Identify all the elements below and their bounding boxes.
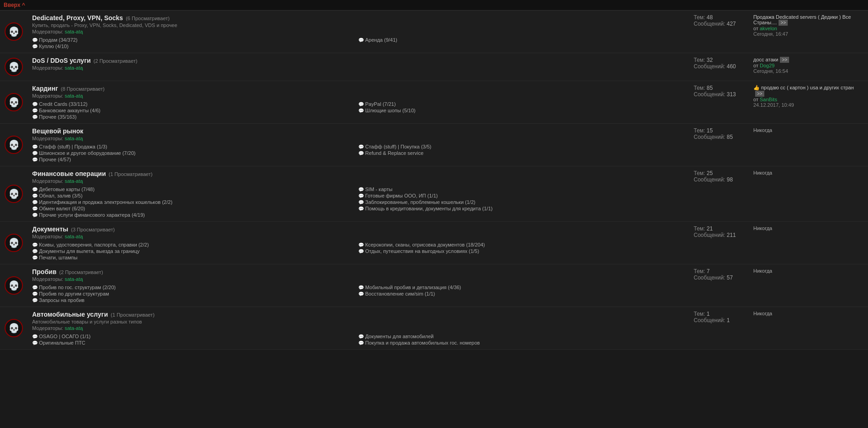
subforum-item: 💬 Дебетовые карты (7/48): [32, 187, 358, 192]
moderators-line: Модераторы: sata-atą: [32, 29, 684, 34]
posts-stat: Сообщений: 427: [694, 21, 744, 27]
subforum-link[interactable]: Обнал, залив (3/5): [39, 193, 83, 198]
moderator-link[interactable]: sata-atą: [65, 93, 83, 99]
bubble-icon: 💬: [32, 157, 38, 162]
posts-count: 427: [727, 21, 736, 27]
bubble-icon: 💬: [32, 200, 38, 205]
subforum-link[interactable]: Мобильный пробив и детализация (4/36): [365, 285, 461, 290]
subforum-link[interactable]: Стафф (stuff) | Продажа (1/3): [39, 144, 107, 149]
last-post-user-link[interactable]: SanBits: [760, 97, 777, 102]
last-post-title-link[interactable]: 👍 продаю сс ( картон ) usa и других стра…: [753, 85, 854, 90]
subforum-link[interactable]: Документы для автомобилей: [365, 334, 434, 339]
subforum-link[interactable]: Ксерокопии, сканы, отрисовка документов …: [365, 242, 485, 247]
subforum-item: 💬 Прочее (4/57): [32, 157, 358, 162]
subforum-link[interactable]: Банковские аккаунты (4/6): [39, 108, 100, 113]
subforum-item: 💬 Покупка и продажа автомобильных гос. н…: [358, 340, 684, 346]
from-label: от: [753, 63, 760, 68]
posts-count: 85: [727, 134, 733, 140]
subforum-link[interactable]: Прочие услуги финансового характера (4/1…: [39, 212, 145, 218]
subforum-link[interactable]: Куплю (4/10): [39, 44, 68, 49]
last-post-user-link[interactable]: akvelon: [760, 26, 777, 31]
subforum-link[interactable]: Покупка и продажа автомобильных гос. ном…: [365, 340, 480, 346]
viewers-badge: (1 Просматривает): [111, 312, 155, 318]
moderator-link[interactable]: sata-atą: [65, 136, 83, 141]
subforum-link[interactable]: Запросы на пробив: [39, 297, 84, 303]
never-text: Никогда: [753, 170, 772, 176]
subforum-link[interactable]: Прочее (4/57): [39, 157, 71, 162]
subforum-link[interactable]: Печати, штампы: [39, 255, 78, 260]
last-post-cell: Никогда: [749, 222, 868, 264]
subforum-col-1: 💬 OSAGO | ОСАГО (1/1) 💬 Оригинальные ПТС: [32, 333, 358, 346]
subforum-link[interactable]: Продам (34/372): [39, 37, 78, 43]
forum-title-link[interactable]: Финансовые операции: [32, 170, 106, 177]
subforum-item: 💬 Идентификация и продажа электронных ко…: [32, 199, 358, 205]
forum-title-link[interactable]: Пробив: [32, 268, 56, 275]
subforum-link[interactable]: Отдых, путешествия на выгодных условиях …: [365, 248, 479, 254]
subforum-item: 💬 Credit Cards (33/112): [32, 101, 358, 107]
bubble-icon: 💬: [32, 340, 38, 346]
arrow-btn[interactable]: >>: [779, 20, 788, 26]
subforum-link[interactable]: Шлющие шопы (5/10): [365, 108, 416, 113]
stats-cell: Тем: 48 Сообщений: 427: [689, 11, 749, 53]
forum-title-link[interactable]: Автомобильные услуги: [32, 311, 108, 318]
forum-info-cell: Финансовые операции(1 Просматривает) Мод…: [28, 166, 689, 222]
last-post-title-link[interactable]: Продажа Dedicated servers ( Дедики ) Все…: [753, 14, 851, 25]
forum-info-cell: Кардинг(8 Просматривает) Модераторы: sat…: [28, 81, 689, 124]
subforum-link[interactable]: Готовые фирмы ООО, ИП (1/1): [365, 193, 438, 198]
subforum-link[interactable]: Оригинальные ПТС: [39, 340, 85, 346]
moderators-line: Модераторы: sata-atą: [32, 276, 684, 282]
topics-count: 25: [707, 170, 712, 176]
subforum-link[interactable]: OSAGO | ОСАГО (1/1): [39, 334, 90, 339]
posts-stat: Сообщений: 98: [694, 176, 744, 183]
subforum-link[interactable]: Шпионское и другое оборудование (7/20): [39, 150, 135, 156]
subforum-col-1: 💬 Стафф (stuff) | Продажа (1/3) 💬 Шпионс…: [32, 143, 358, 162]
subforum-link[interactable]: Пробив по гос. структурам (2/20): [39, 285, 116, 290]
arrow-btn[interactable]: >>: [755, 91, 764, 97]
moderator-link[interactable]: sata-atą: [65, 276, 83, 282]
subforum-link[interactable]: SIM - карты: [365, 187, 392, 192]
subforum-link[interactable]: Аренда (9/41): [365, 37, 397, 43]
subforum-link[interactable]: Ксивы, удостоверения, паспорта, справки …: [39, 242, 149, 247]
top-bar: Вверх ^: [0, 0, 868, 11]
subforum-link[interactable]: Документы для вылета, выезда за границу: [39, 248, 139, 254]
subforum-link[interactable]: Восстановление сим/sim (1/1): [365, 291, 435, 296]
subforum-link[interactable]: Стафф (stuff) | Покупка (3/5): [365, 144, 431, 149]
moderator-link[interactable]: sata-atą: [65, 65, 83, 71]
forum-title-link[interactable]: Кардинг: [32, 85, 58, 92]
subforum-link[interactable]: Идентификация и продажа электронных коше…: [39, 199, 172, 205]
subforum-link[interactable]: Дебетовые карты (7/48): [39, 187, 95, 192]
arrow-btn[interactable]: >>: [780, 57, 789, 63]
subforums-container: 💬 Credit Cards (33/112) 💬 Банковские акк…: [32, 100, 684, 120]
moderator-link[interactable]: sata-atą: [65, 178, 83, 184]
posts-count: 460: [727, 63, 736, 70]
subforum-link[interactable]: Прочее (35/163): [39, 114, 77, 120]
posts-label: Сообщений:: [694, 317, 725, 324]
subforum-link[interactable]: Помощь в кредитовании, документы для кре…: [365, 206, 493, 211]
moderator-link[interactable]: sata-atą: [65, 325, 83, 331]
subforum-link[interactable]: Пробив по другим структурам: [39, 291, 109, 296]
icon-cell: 💀: [0, 264, 28, 307]
forum-title-link[interactable]: DoS / DDoS услуги: [32, 57, 91, 64]
subforum-link[interactable]: PayPal (7/21): [365, 101, 396, 107]
last-post-title-link[interactable]: досс атаки: [753, 57, 778, 62]
forum-title-link[interactable]: Dedicated, Proxy, VPN, Socks: [32, 14, 123, 22]
scroll-up-link[interactable]: Вверх ^: [4, 2, 25, 8]
subforum-link[interactable]: Refund & Replace service: [365, 150, 423, 156]
bubble-icon: 💬: [358, 108, 364, 113]
subforum-link[interactable]: Заблокированные, проблемные кошельки (1/…: [365, 199, 475, 205]
last-post-user-link[interactable]: Dog29: [760, 63, 774, 68]
moderator-link[interactable]: sata-atą: [65, 234, 83, 239]
from-label: от: [753, 97, 760, 102]
bubble-icon: 💬: [32, 213, 38, 218]
subforum-link[interactable]: Credit Cards (33/112): [39, 101, 88, 107]
subforum-col-2: 💬 Стафф (stuff) | Покупка (3/5) 💬 Refund…: [358, 143, 684, 162]
bubble-icon: 💬: [32, 115, 38, 120]
posts-label: Сообщений:: [694, 176, 725, 183]
last-post-user-line: от Dog29: [753, 63, 863, 68]
forum-title-link[interactable]: Документы: [32, 225, 68, 233]
forum-title-link[interactable]: Вещевой рынок: [32, 127, 83, 135]
moderator-link[interactable]: sata-atą: [65, 29, 83, 34]
subforum-col-2: 💬 Аренда (9/41): [358, 36, 684, 49]
icon-cell: 💀: [0, 53, 28, 81]
subforum-link[interactable]: Обмен валют (6/20): [39, 206, 85, 211]
